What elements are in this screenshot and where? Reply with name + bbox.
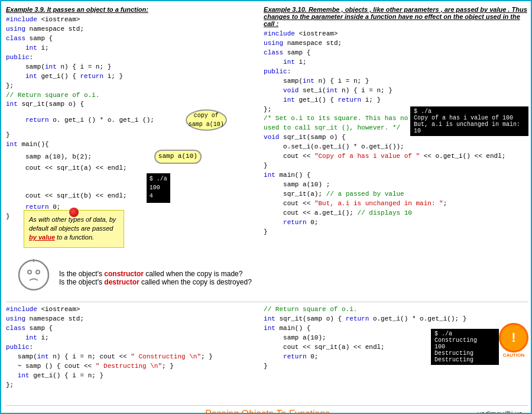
caution-circle: !: [499, 323, 528, 352]
yellow-note: As with other types of data, by default …: [24, 210, 124, 248]
example39-code: #include <iostream> using namespace std;…: [6, 15, 259, 222]
main-container: Example 3.9. It passes an object to a fu…: [1, 1, 532, 414]
left-panel: Example 3.9. It passes an object to a fu…: [6, 6, 259, 254]
footer-email: vadimov@i.ua: [478, 410, 523, 414]
top-section: Example 3.9. It passes an object to a fu…: [6, 6, 528, 254]
bottom-left-code: #include <iostream> using namespace std;…: [6, 305, 259, 390]
question2: Is the object's destructor called when t…: [59, 278, 252, 286]
svg-point-0: [19, 260, 48, 290]
bottom-left: #include <iostream> using namespace std;…: [6, 305, 259, 405]
pin-icon: [69, 208, 79, 217]
destructor-highlight: destructor: [104, 278, 139, 286]
constructor-highlight: constructor: [104, 270, 144, 278]
example39-title-label: Example 3.9.: [6, 6, 46, 13]
questions-section: Is the object's constructor called when …: [6, 254, 528, 302]
bottom-section: #include <iostream> using namespace std;…: [6, 302, 528, 405]
example39-title-text: It passes an object to a function:: [46, 6, 148, 13]
footer: Passing Objects To Functions vadimov@i.u…: [6, 405, 528, 414]
question1: Is the object's constructor called when …: [59, 270, 252, 278]
bottom-right: // Return square of o.i. int sqr_it(samp…: [264, 305, 528, 405]
caution-label: CAUTION: [499, 352, 528, 358]
footer-title: Passing Objects To Functions: [205, 409, 329, 414]
example310-title: Example 3.10. Remembe , objects , like o…: [264, 6, 528, 27]
by-value-text: by value: [29, 234, 55, 241]
bottom-output-box: $ ./a Constructing 100 Destructing Destr…: [431, 329, 499, 365]
right-panel: Example 3.10. Remembe , objects , like o…: [264, 6, 528, 254]
example310-output: $ ./a Copy of a has i value of 100 But, …: [410, 106, 528, 136]
face-icon: [18, 259, 50, 297]
caution-icon: ! CAUTION: [499, 323, 528, 352]
note-text: As with other types of data, by default …: [29, 216, 116, 241]
questions-text: Is the object's constructor called when …: [59, 270, 252, 286]
example39-title: Example 3.9. It passes an object to a fu…: [6, 6, 259, 13]
example310-title-label: Example 3.10.: [264, 6, 307, 13]
svg-point-2: [36, 270, 40, 274]
example310-code-container: $ ./a Copy of a has i value of 100 But, …: [264, 30, 528, 237]
svg-point-1: [28, 270, 31, 274]
caution-symbol: !: [511, 330, 515, 345]
